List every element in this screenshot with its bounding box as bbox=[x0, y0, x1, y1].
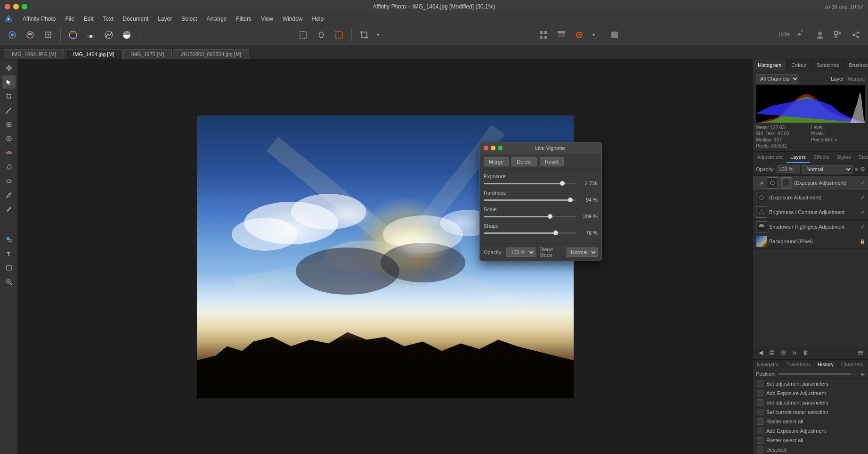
menu-arrange[interactable]: Arrange bbox=[203, 15, 231, 23]
marquee-btn[interactable] bbox=[296, 27, 311, 42]
bottom-tab-navigator[interactable]: Navigator bbox=[753, 360, 783, 369]
move-tool[interactable] bbox=[2, 61, 16, 74]
export-mode-btn[interactable] bbox=[41, 27, 56, 42]
lv-shape-slider[interactable] bbox=[484, 232, 576, 234]
lv-delete-btn[interactable]: Delete bbox=[511, 157, 537, 166]
brush-tool[interactable] bbox=[2, 104, 16, 117]
panel-tab-histogram[interactable]: Histogram bbox=[753, 59, 787, 71]
history-item-4[interactable]: Raster select all bbox=[753, 417, 868, 426]
layers-tab-effects[interactable]: Effects bbox=[810, 152, 833, 163]
window-controls[interactable] bbox=[5, 4, 27, 9]
bottom-tab-channels[interactable]: Channels bbox=[837, 360, 867, 369]
lv-scale-slider[interactable] bbox=[484, 216, 576, 217]
layer-item-background[interactable]: Background (Pixel) 🔒 bbox=[753, 234, 868, 249]
opacity-input[interactable] bbox=[777, 165, 800, 173]
history-item-7[interactable]: Deselect bbox=[753, 445, 868, 454]
minimize-button[interactable] bbox=[13, 4, 19, 9]
histogram-view-layer[interactable]: Layer bbox=[831, 76, 844, 82]
dodge-tool[interactable] bbox=[2, 160, 16, 173]
channel-select[interactable]: All Channels bbox=[756, 74, 799, 83]
menu-app[interactable]: Affinity Photo bbox=[19, 15, 60, 23]
history-position-bar[interactable] bbox=[779, 373, 859, 375]
brush-dropdown-btn[interactable]: ▼ bbox=[590, 27, 597, 42]
layers-tab-layers[interactable]: Layers bbox=[787, 152, 810, 163]
cursor-tool[interactable] bbox=[2, 75, 16, 89]
panel-collapse-btn[interactable] bbox=[856, 348, 865, 357]
layer-check-shadows[interactable]: ✓ bbox=[860, 223, 865, 230]
panel-tab-swatches[interactable]: Swatches bbox=[812, 59, 844, 71]
layer-check-exp2[interactable]: ✓ bbox=[860, 194, 865, 201]
lv-reset-btn[interactable]: Reset bbox=[540, 157, 564, 166]
bottom-tab-transform[interactable]: Transform bbox=[783, 360, 814, 369]
layer-item-exposure-adj-2[interactable]: (Exposure Adjustment) ✓ bbox=[753, 190, 868, 205]
tab-img1092[interactable]: IMG_1092.JPG [M] bbox=[4, 49, 64, 59]
brush-btn[interactable] bbox=[572, 27, 587, 42]
layer-item-brightness-adj[interactable]: Brightness / Contrast Adjustment ✓ bbox=[753, 205, 868, 220]
menu-document[interactable]: Document bbox=[119, 15, 153, 23]
redeye-tool[interactable] bbox=[2, 146, 16, 159]
healing-tool[interactable] bbox=[2, 118, 16, 131]
fill-tool[interactable] bbox=[2, 233, 16, 246]
tab-img1464[interactable]: IMG_1464.jpg [M] bbox=[65, 49, 122, 59]
menu-help[interactable]: Help bbox=[308, 15, 328, 23]
menu-text[interactable]: Text bbox=[99, 15, 117, 23]
account-btn[interactable] bbox=[812, 27, 827, 42]
undo-history-btn[interactable] bbox=[795, 27, 810, 42]
tab-img20150803[interactable]: 20150803_093554.jpg [M] bbox=[173, 49, 249, 59]
crop-tool[interactable] bbox=[2, 90, 16, 103]
history-item-1[interactable]: Add Exposure Adjustment bbox=[753, 388, 868, 398]
develop-mode-btn[interactable] bbox=[23, 27, 38, 42]
menu-view[interactable]: View bbox=[257, 15, 277, 23]
panel-fx-btn[interactable]: fx bbox=[790, 348, 799, 357]
pen-tool[interactable] bbox=[2, 189, 16, 202]
zoom-levels-btn[interactable]: 100% bbox=[777, 27, 792, 42]
lv-scale-thumb[interactable] bbox=[548, 214, 552, 219]
layer-settings-icon[interactable]: ⚙ bbox=[860, 166, 865, 173]
lv-opacity-select[interactable]: 100 % bbox=[506, 248, 535, 257]
panel-tab-brushes[interactable]: Brushes bbox=[844, 59, 868, 71]
history-item-5[interactable]: Add Exposure Adjustment bbox=[753, 426, 868, 436]
lv-close-btn[interactable] bbox=[484, 146, 488, 150]
history-item-2[interactable]: Set adjustment parameters bbox=[753, 398, 868, 407]
panel-nav-btn[interactable]: ◀ bbox=[756, 348, 765, 357]
layers-tab-adjustment[interactable]: Adjustment bbox=[753, 152, 787, 163]
shape-tool[interactable] bbox=[2, 261, 16, 274]
lasso-btn[interactable] bbox=[314, 27, 329, 42]
menu-layer[interactable]: Layer bbox=[154, 15, 176, 23]
layers-tab-stock[interactable]: Stock bbox=[854, 152, 868, 163]
lv-exposure-slider[interactable] bbox=[484, 183, 576, 184]
eyedropper-tool[interactable] bbox=[2, 203, 16, 216]
lv-exposure-thumb[interactable] bbox=[560, 181, 565, 186]
menu-file[interactable]: File bbox=[62, 15, 78, 23]
mask-btn[interactable] bbox=[607, 27, 622, 42]
clone-tool[interactable] bbox=[2, 132, 16, 145]
white-balance-btn[interactable] bbox=[119, 27, 134, 42]
menu-filters[interactable]: Filters bbox=[232, 15, 255, 23]
lv-min-btn[interactable] bbox=[491, 146, 495, 150]
layer-item-shadows-adj[interactable]: Shadows / Highlights Adjustment ✓ bbox=[753, 220, 868, 234]
text-tool[interactable]: T bbox=[2, 247, 16, 260]
menu-edit[interactable]: Edit bbox=[80, 15, 97, 23]
panel-tab-colour[interactable]: Colour bbox=[787, 59, 811, 71]
lv-blend-select[interactable]: Normal bbox=[567, 248, 598, 257]
history-item-6[interactable]: Raster select all bbox=[753, 436, 868, 445]
close-button[interactable] bbox=[5, 4, 10, 9]
layer-check-brightness[interactable]: ✓ bbox=[860, 209, 865, 215]
adjustments-btn[interactable] bbox=[65, 27, 81, 42]
layer-item-exposure-adj-1[interactable]: ▶ (Exposure Adjustment) ✓ bbox=[753, 176, 868, 190]
panel-adjustment-btn[interactable] bbox=[779, 348, 788, 357]
histogram-view-marque[interactable]: Marque bbox=[848, 76, 865, 82]
zoom-tool[interactable] bbox=[2, 275, 16, 289]
arrange-btn[interactable] bbox=[830, 27, 845, 42]
lv-title-controls[interactable] bbox=[484, 146, 503, 150]
grid-btn[interactable] bbox=[536, 27, 551, 42]
menu-select[interactable]: Select bbox=[178, 15, 201, 23]
photo-mode-btn[interactable] bbox=[5, 27, 20, 42]
history-item-0[interactable]: Set adjustment parameters bbox=[753, 379, 868, 388]
lv-shape-thumb[interactable] bbox=[553, 231, 558, 235]
layer-check-exp1[interactable]: ✓ bbox=[860, 180, 865, 186]
levels-btn[interactable] bbox=[83, 27, 98, 42]
bottom-tab-history[interactable]: History bbox=[814, 360, 837, 369]
view-mode-btn[interactable] bbox=[554, 27, 569, 42]
crop-btn[interactable] bbox=[357, 27, 372, 42]
